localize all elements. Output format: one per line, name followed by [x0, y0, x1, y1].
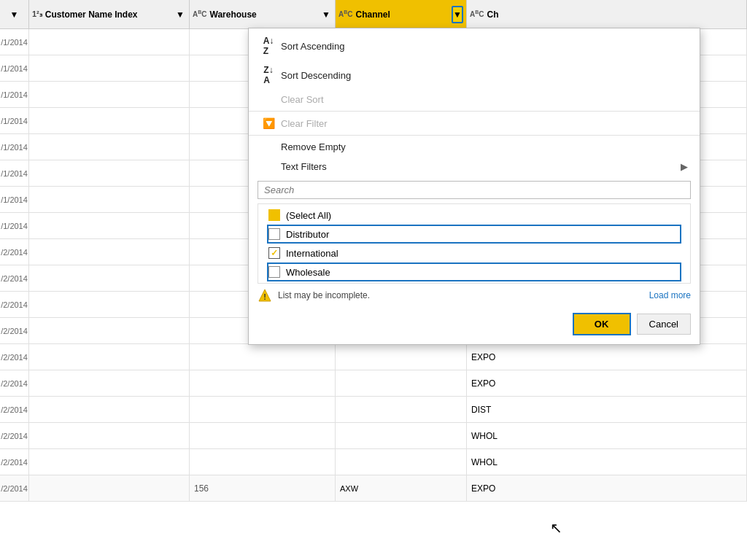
- cell-customer-6: [29, 160, 190, 186]
- select-all-item[interactable]: (Select All): [267, 206, 681, 225]
- svg-text:!: !: [263, 292, 266, 301]
- clear-filter-item: 🔽 Clear Filter: [249, 113, 700, 133]
- table-row: /2/2014 WHOL: [0, 449, 747, 475]
- cell-date-18: /2/2014: [0, 475, 29, 501]
- type-icon-customer: 1²₃: [32, 9, 42, 19]
- col-header-channel: ABC Channel ▼: [336, 0, 467, 28]
- sort-ascending-icon: A↓Z: [260, 36, 276, 56]
- remove-empty-label: Remove Empty: [281, 141, 346, 152]
- cell-channel-18: AXW: [336, 475, 467, 501]
- clear-filter-label: Clear Filter: [281, 118, 328, 129]
- filter-item-international[interactable]: ✓ International: [267, 244, 681, 262]
- type-icon-channel: ABC: [338, 9, 353, 18]
- search-input[interactable]: [258, 181, 691, 199]
- cell-date-17: /2/2014: [0, 449, 29, 475]
- cell-date-10: /2/2014: [0, 265, 29, 291]
- cell-customer-5: [29, 134, 190, 160]
- col-warehouse-label: Warehouse: [210, 9, 257, 20]
- table-row: /2/2014 EXPO: [0, 370, 747, 397]
- cell-customer-17: [29, 449, 190, 475]
- filter-item-distributor[interactable]: Distributor: [267, 225, 681, 244]
- incomplete-notice: ! List may be incomplete. Load more: [249, 284, 700, 307]
- col-header-ch2: ABC Ch: [467, 0, 747, 28]
- cell-customer-4: [29, 108, 190, 133]
- cell-ch2-14: EXPO: [467, 370, 747, 396]
- ok-button[interactable]: OK: [573, 313, 631, 335]
- clear-sort-item: Clear Sort: [249, 90, 700, 109]
- clear-filter-icon: 🔽: [260, 117, 276, 129]
- cell-date-11: /2/2014: [0, 292, 29, 317]
- sort-descending-icon: Z↓A: [260, 65, 276, 85]
- cell-customer-3: [29, 82, 190, 107]
- dropdown-menu: A↓Z Sort Ascending Z↓A Sort Descending C…: [248, 28, 700, 345]
- incomplete-text: List may be incomplete.: [278, 290, 370, 300]
- cell-warehouse-17: [190, 449, 336, 475]
- cell-date-15: /2/2014: [0, 397, 29, 422]
- sort-ascending-label: Sort Ascending: [281, 41, 344, 52]
- remove-empty-item[interactable]: Remove Empty: [249, 137, 700, 157]
- cell-customer-18: [29, 475, 190, 501]
- cell-customer-7: [29, 187, 190, 212]
- col-customer-dropdown-btn[interactable]: ▼: [174, 6, 186, 23]
- cell-customer-12: [29, 318, 190, 343]
- table-row: /2/2014 DIST: [0, 397, 747, 423]
- checkbox-distributor[interactable]: [268, 228, 280, 240]
- cell-customer-13: [29, 344, 190, 370]
- cell-channel-16: [336, 423, 467, 448]
- cell-ch2-15: DIST: [467, 397, 747, 422]
- cell-ch2-16: WHOL: [467, 423, 747, 448]
- cell-customer-2: [29, 55, 190, 81]
- clear-sort-label: Clear Sort: [281, 94, 324, 105]
- filter-item-wholesale[interactable]: Wholesale: [267, 262, 681, 281]
- col-header-rownum: ▼: [0, 0, 29, 28]
- cell-ch2-18: EXPO: [467, 475, 747, 501]
- sort-descending-label: Sort Descending: [281, 70, 351, 81]
- select-all-label: (Select All): [286, 210, 331, 221]
- cell-date-2: /1/2014: [0, 55, 29, 81]
- cell-ch2-17: WHOL: [467, 449, 747, 475]
- cell-ch2-13: EXPO: [467, 344, 747, 370]
- table-row: /2/2014 EXPO: [0, 344, 747, 370]
- select-all-icon: [268, 209, 280, 221]
- cell-customer-16: [29, 423, 190, 448]
- checkmark-icon: ✓: [271, 248, 278, 258]
- international-label: International: [286, 248, 338, 259]
- cell-customer-14: [29, 370, 190, 396]
- sort-ascending-item[interactable]: A↓Z Sort Ascending: [249, 31, 700, 61]
- cancel-button[interactable]: Cancel: [637, 314, 691, 335]
- checkbox-international[interactable]: ✓: [268, 247, 280, 259]
- cell-warehouse-16: [190, 423, 336, 448]
- dropdown-arrow-icon[interactable]: ▼: [10, 9, 19, 20]
- wholesale-label: Wholesale: [286, 267, 330, 278]
- cell-channel-14: [336, 370, 467, 396]
- cell-warehouse-15: [190, 397, 336, 422]
- menu-separator-2: [249, 135, 700, 136]
- grid-container: ▼ 1²₃ Customer Name Index ▼ ABC Warehous…: [0, 0, 747, 560]
- col-channel-dropdown-btn[interactable]: ▼: [452, 6, 463, 23]
- cell-customer-8: [29, 213, 190, 238]
- col-channel-label: Channel: [356, 9, 390, 20]
- cell-date-14: /2/2014: [0, 370, 29, 396]
- load-more-link[interactable]: Load more: [649, 290, 691, 300]
- cell-channel-17: [336, 449, 467, 475]
- sort-descending-item[interactable]: Z↓A Sort Descending: [249, 61, 700, 90]
- text-filters-item[interactable]: Text Filters ▶: [249, 157, 700, 176]
- col-header-customer: 1²₃ Customer Name Index ▼: [29, 0, 190, 28]
- cell-date-8: /1/2014: [0, 213, 29, 238]
- checkbox-wholesale[interactable]: [268, 266, 280, 278]
- cell-date-1: /1/2014: [0, 29, 29, 55]
- cell-date-9: /2/2014: [0, 239, 29, 265]
- cell-date-4: /1/2014: [0, 108, 29, 133]
- text-filters-arrow-icon: ▶: [681, 161, 688, 172]
- cell-customer-1: [29, 29, 190, 55]
- cell-channel-13: [336, 344, 467, 370]
- col-warehouse-dropdown-btn[interactable]: ▼: [320, 6, 332, 23]
- cell-date-12: /2/2014: [0, 318, 29, 343]
- table-row: /2/2014 WHOL: [0, 423, 747, 449]
- cell-channel-15: [336, 397, 467, 422]
- table-row: /2/2014 156 AXW EXPO: [0, 475, 747, 502]
- cell-date-6: /1/2014: [0, 160, 29, 186]
- cell-customer-9: [29, 239, 190, 265]
- cell-date-5: /1/2014: [0, 134, 29, 160]
- filter-checkbox-list: (Select All) Distributor ✓ International…: [258, 203, 691, 284]
